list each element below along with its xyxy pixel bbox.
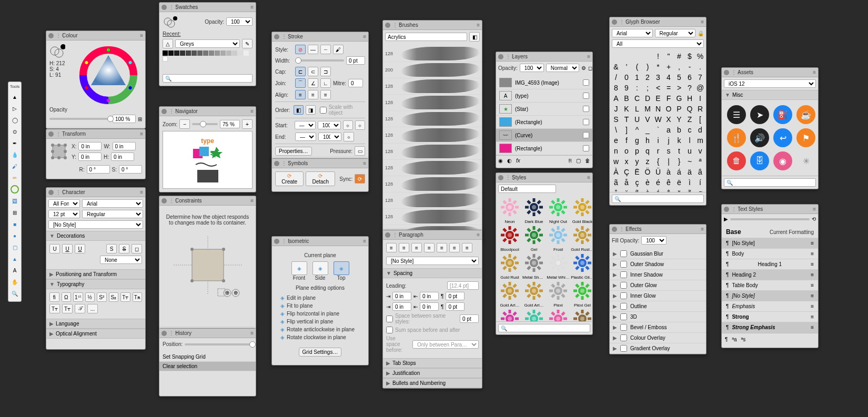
asset-spinner-icon[interactable]: ✳: [796, 151, 815, 170]
order-front-btn[interactable]: ◨: [306, 105, 316, 115]
s-input[interactable]: [119, 165, 142, 174]
align-inside-btn[interactable]: ≡: [308, 90, 318, 99]
join-round-btn[interactable]: ⌒: [295, 78, 306, 88]
menu-icon[interactable]: ≡: [140, 131, 143, 137]
style-item[interactable]: Gold Art…: [522, 281, 546, 308]
glyph-cell[interactable]: >: [674, 83, 684, 93]
glyph-cell[interactable]: k: [674, 135, 684, 146]
style-item[interactable]: Plexi: [547, 281, 570, 308]
gear-icon[interactable]: ⚙: [581, 65, 586, 71]
indent-right-input[interactable]: [420, 292, 439, 300]
dash-stroke-btn[interactable]: ┄: [320, 45, 331, 54]
positioning-section[interactable]: ▶Positioning and Transform: [46, 269, 145, 279]
glyph-cell[interactable]: y: [632, 156, 642, 167]
create-button[interactable]: ⟳ Create: [275, 171, 304, 186]
style-item[interactable]: Gold Rust…: [571, 225, 592, 252]
close-icon[interactable]: [274, 34, 279, 39]
glyph-cell[interactable]: ç: [632, 177, 642, 188]
glyph-cell[interactable]: G: [674, 93, 684, 104]
pressure-curve-btn[interactable]: ▭: [355, 146, 365, 156]
brush-item[interactable]: 128: [383, 95, 482, 111]
width-slider[interactable]: [295, 59, 344, 62]
glyph-cell[interactable]: ò: [642, 188, 653, 192]
glyph-cell[interactable]: [632, 51, 642, 62]
justify-center-btn[interactable]: ≡: [437, 243, 447, 252]
tabstops-section[interactable]: ▶Tab Stops: [383, 358, 482, 368]
gradient-tool[interactable]: [9, 184, 20, 195]
style-item[interactable]: Neon: [498, 197, 521, 224]
rectangle-tool[interactable]: ■: [9, 219, 20, 229]
mask-icon[interactable]: ◉: [498, 158, 503, 164]
colour-chooser-icon[interactable]: [163, 15, 178, 28]
swatch-item[interactable]: [203, 50, 208, 56]
glyph-cell[interactable]: }: [674, 156, 684, 167]
char-icon[interactable]: ªa: [732, 337, 736, 342]
glyph-cell[interactable]: -: [684, 62, 695, 72]
glyph-cell[interactable]: *: [653, 62, 663, 72]
styles-search[interactable]: [498, 324, 590, 332]
textstyle-item[interactable]: ¶Table Body≡: [722, 280, 818, 291]
glyph-cell[interactable]: _: [642, 125, 653, 135]
grip-icon[interactable]: ⋮⋮: [281, 238, 286, 244]
spacesame-input[interactable]: [460, 314, 479, 323]
menu-icon[interactable]: ≡: [701, 226, 704, 232]
glyph-cell[interactable]: d: [695, 125, 705, 135]
swatch-item[interactable]: [186, 50, 191, 56]
base-style[interactable]: Base: [726, 228, 741, 236]
glyph-cell[interactable]: ì: [684, 177, 695, 188]
super-btn[interactable]: S²: [97, 292, 107, 302]
super-icon[interactable]: ªs: [741, 337, 746, 342]
glyph-weight-select[interactable]: Regular: [655, 29, 696, 37]
underline2-btn[interactable]: U: [62, 244, 73, 253]
glyph-cell[interactable]: m: [695, 135, 705, 146]
glyph-cell[interactable]: 2: [642, 72, 653, 83]
swatch-item[interactable]: [180, 50, 185, 56]
glyph-cell[interactable]: ø: [695, 188, 705, 192]
grip-icon[interactable]: ⋮⋮: [169, 198, 173, 204]
effect-checkbox[interactable]: [620, 292, 627, 299]
glyph-font-select[interactable]: Arial: [612, 29, 653, 37]
reset-icon[interactable]: ⟲: [812, 216, 816, 222]
triangle-tool[interactable]: ▲: [9, 253, 20, 264]
menu-icon[interactable]: ≡: [811, 282, 814, 288]
glyph-cell[interactable]: b: [674, 125, 684, 135]
glyph-cell[interactable]: z: [642, 156, 653, 167]
glyph-cell[interactable]: Ü: [653, 167, 663, 177]
menu-icon[interactable]: ≡: [811, 251, 814, 257]
line-select[interactable]: None: [100, 256, 142, 264]
glyph-cell[interactable]: @: [695, 83, 705, 93]
glyph-cell[interactable]: À: [611, 167, 621, 177]
opacity-slider[interactable]: [49, 118, 110, 120]
textstyle-item[interactable]: ¶[No Style]≡: [722, 238, 818, 249]
more-btn[interactable]: ...: [87, 304, 98, 313]
glyph-cell[interactable]: B: [621, 93, 632, 104]
glyph-cell[interactable]: â: [695, 167, 705, 177]
typography-section[interactable]: ▼Typography: [46, 279, 145, 289]
glyph-cell[interactable]: å: [621, 177, 632, 188]
menu-icon[interactable]: ≡: [811, 324, 814, 330]
effect-item[interactable]: ▶Bevel / Emboss: [610, 322, 706, 333]
leading-input[interactable]: [447, 281, 479, 290]
first-indent-input[interactable]: [392, 302, 411, 311]
x-input[interactable]: [78, 142, 102, 150]
palette-icon[interactable]: △: [163, 39, 173, 48]
ellipse-tool[interactable]: ●: [9, 230, 20, 241]
w-input[interactable]: [113, 142, 136, 150]
brush-stroke-btn[interactable]: 🖌: [333, 45, 344, 54]
glyph-cell[interactable]: ]: [621, 125, 632, 135]
glyph-cell[interactable]: ë: [674, 177, 684, 188]
glyph-cell[interactable]: q: [642, 146, 653, 156]
constraints-diagram[interactable]: ⊕ ⊕: [168, 231, 247, 299]
start-arrow-select[interactable]: —: [295, 121, 316, 129]
glyph-cell[interactable]: ã: [611, 177, 621, 188]
glyph-cell[interactable]: Ö: [642, 167, 653, 177]
glyph-cell[interactable]: l: [684, 135, 695, 146]
spacesame-checkbox[interactable]: [386, 316, 393, 322]
effect-item[interactable]: ▶Gradient Overlay: [610, 343, 706, 354]
close-icon[interactable]: [162, 109, 167, 114]
align-left-btn[interactable]: ≡: [386, 243, 397, 252]
glyph-cell[interactable]: #: [674, 51, 684, 62]
swatch-item[interactable]: [163, 50, 168, 56]
grip-icon[interactable]: ⋮⋮: [56, 33, 60, 38]
justify-right-btn[interactable]: ≡: [449, 243, 460, 252]
